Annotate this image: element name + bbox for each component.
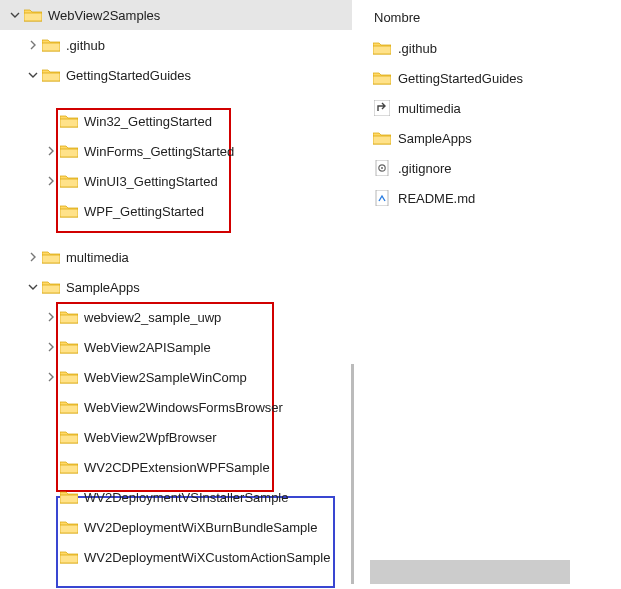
tree-item-winui3[interactable]: WinUI3_GettingStarted [0, 166, 352, 196]
chevron-down-icon[interactable] [26, 68, 40, 82]
detail-item-multimedia[interactable]: multimedia [368, 93, 621, 123]
chevron-down-icon[interactable] [8, 8, 22, 22]
tree-item-dep-custom[interactable]: · WV2DeploymentWiXCustomActionSample [0, 542, 352, 572]
detail-item-readme[interactable]: README.md [368, 183, 621, 213]
tree-item-label: WebView2SampleWinComp [84, 370, 247, 385]
chevron-right-icon[interactable] [44, 174, 58, 188]
folder-icon [60, 340, 78, 354]
chevron-right-icon[interactable] [44, 370, 58, 384]
folder-icon [42, 280, 60, 294]
tree-item-label: WV2DeploymentVSInstallerSample [84, 490, 288, 505]
tree-item-sampleapps[interactable]: SampleApps [0, 272, 352, 302]
tree-item-label: WebView2APISample [84, 340, 211, 355]
tree-item-label: GettingStartedGuides [66, 68, 191, 83]
chevron-right-icon[interactable] [26, 250, 40, 264]
folder-icon [60, 460, 78, 474]
folder-icon [60, 400, 78, 414]
detail-scrollbar[interactable] [370, 560, 570, 584]
tree-item-github[interactable]: .github [0, 30, 352, 60]
tree-item-winforms[interactable]: WinForms_GettingStarted [0, 136, 352, 166]
tree-item-wpf[interactable]: · WPF_GettingStarted [0, 196, 352, 226]
detail-item-label: GettingStartedGuides [398, 71, 523, 86]
tree-item-gettingstartedguides[interactable]: GettingStartedGuides [0, 60, 352, 90]
tree-item-win32[interactable]: · Win32_GettingStarted [0, 106, 352, 136]
markdown-file-icon [372, 188, 392, 208]
folder-icon [60, 114, 78, 128]
tree-pane: WebView2Samples .github GettingStartedGu… [0, 0, 352, 589]
folder-icon [42, 68, 60, 82]
detail-item-gitignore[interactable]: .gitignore [368, 153, 621, 183]
tree-item-label: WV2CDPExtensionWPFSample [84, 460, 270, 475]
tree-item-cdp[interactable]: · WV2CDPExtensionWPFSample [0, 452, 352, 482]
folder-icon [60, 310, 78, 324]
tree-item-label: multimedia [66, 250, 129, 265]
tree-item-label: WPF_GettingStarted [84, 204, 204, 219]
chevron-right-icon[interactable] [44, 310, 58, 324]
folder-icon [42, 250, 60, 264]
tree-item-label: SampleApps [66, 280, 140, 295]
app-root: WebView2Samples .github GettingStartedGu… [0, 0, 621, 589]
folder-icon [60, 174, 78, 188]
tree-item-label: WebView2Samples [48, 8, 160, 23]
chevron-right-icon[interactable] [44, 340, 58, 354]
detail-item-label: .gitignore [398, 161, 451, 176]
detail-item-label: README.md [398, 191, 475, 206]
detail-item-gettingstarted[interactable]: GettingStartedGuides [368, 63, 621, 93]
detail-pane: Nombre .github GettingStartedGuides mult… [352, 0, 621, 589]
tree-item-wincomp[interactable]: WebView2SampleWinComp [0, 362, 352, 392]
tree-item-label: WinUI3_GettingStarted [84, 174, 218, 189]
detail-item-sampleapps[interactable]: SampleApps [368, 123, 621, 153]
detail-item-label: .github [398, 41, 437, 56]
tree-item-label: WebView2WindowsFormsBrowser [84, 400, 283, 415]
settings-file-icon [372, 158, 392, 178]
tree-item-apisample[interactable]: WebView2APISample [0, 332, 352, 362]
tree-item-label: webview2_sample_uwp [84, 310, 221, 325]
folder-icon [372, 68, 392, 88]
tree-item-label: Win32_GettingStarted [84, 114, 212, 129]
folder-icon [60, 550, 78, 564]
tree-item-dep-vs[interactable]: · WV2DeploymentVSInstallerSample [0, 482, 352, 512]
detail-item-label: SampleApps [398, 131, 472, 146]
tree-item-label: WV2DeploymentWiXCustomActionSample [84, 550, 330, 565]
tree-item-dep-burn[interactable]: · WV2DeploymentWiXBurnBundleSample [0, 512, 352, 542]
tree-item-multimedia[interactable]: multimedia [0, 242, 352, 272]
tree-item-label: WebView2WpfBrowser [84, 430, 216, 445]
folder-icon [60, 430, 78, 444]
tree-item-label: WinForms_GettingStarted [84, 144, 234, 159]
detail-item-label: multimedia [398, 101, 461, 116]
folder-icon [60, 144, 78, 158]
tree-item-label: WV2DeploymentWiXBurnBundleSample [84, 520, 317, 535]
tree-item-uwp[interactable]: webview2_sample_uwp [0, 302, 352, 332]
tree-item-winformsbrowser[interactable]: · WebView2WindowsFormsBrowser [0, 392, 352, 422]
folder-icon [24, 8, 42, 22]
tree-item-wpfbrowser[interactable]: · WebView2WpfBrowser [0, 422, 352, 452]
folder-icon [372, 128, 392, 148]
shortcut-icon [372, 98, 392, 118]
detail-item-github[interactable]: .github [368, 33, 621, 63]
column-header-name[interactable]: Nombre [368, 10, 621, 33]
folder-icon [42, 38, 60, 52]
folder-icon [60, 520, 78, 534]
tree-item-webview2samples[interactable]: WebView2Samples [0, 0, 352, 30]
folder-icon [60, 370, 78, 384]
folder-icon [60, 204, 78, 218]
chevron-right-icon[interactable] [44, 144, 58, 158]
tree-item-label: .github [66, 38, 105, 53]
chevron-down-icon[interactable] [26, 280, 40, 294]
chevron-right-icon[interactable] [26, 38, 40, 52]
folder-icon [372, 38, 392, 58]
folder-icon [60, 490, 78, 504]
